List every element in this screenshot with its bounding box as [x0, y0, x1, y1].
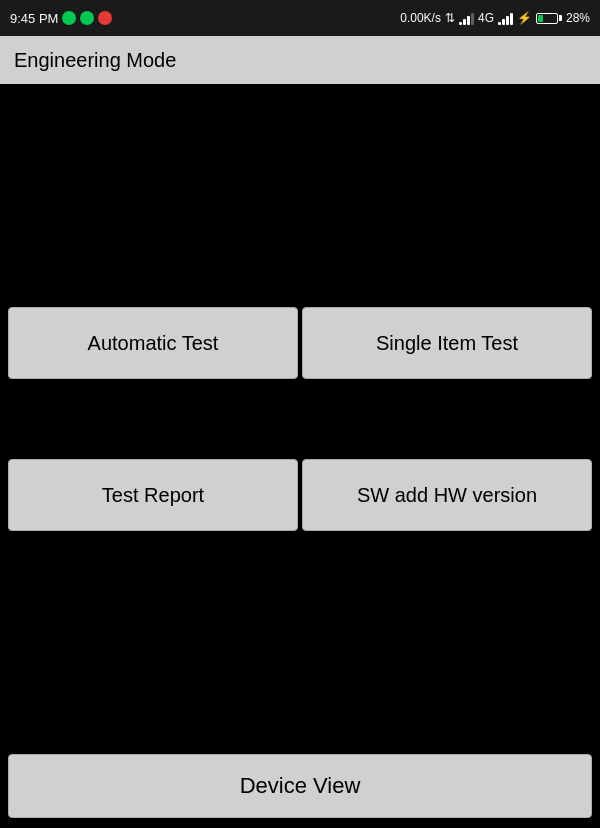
signal-bar2-2 [502, 19, 505, 25]
signal-bar-2 [463, 19, 466, 25]
sw-add-hw-version-button[interactable]: SW add HW version [302, 459, 592, 531]
signal-bar-3 [467, 16, 470, 25]
automatic-test-button[interactable]: Automatic Test [8, 307, 298, 379]
device-view-button[interactable]: Device View [8, 754, 592, 818]
notification-dot-3 [98, 11, 112, 25]
signal-bar2-1 [498, 22, 501, 25]
signal-bars-2 [498, 11, 513, 25]
signal-bars-1 [459, 11, 474, 25]
signal-bar-4 [471, 13, 474, 25]
status-left: 9:45 PM [10, 11, 112, 26]
test-report-button[interactable]: Test Report [8, 459, 298, 531]
notification-dot-2 [80, 11, 94, 25]
battery-body [536, 13, 558, 24]
single-item-test-button[interactable]: Single Item Test [302, 307, 592, 379]
page-title: Engineering Mode [14, 49, 176, 72]
time-display: 9:45 PM [10, 11, 58, 26]
signal-bar2-4 [510, 13, 513, 25]
header: Engineering Mode [0, 36, 600, 84]
signal-bar-1 [459, 22, 462, 25]
data-arrows-icon: ⇅ [445, 11, 455, 25]
notification-dot-1 [62, 11, 76, 25]
battery-icon [536, 13, 562, 24]
main-content: Automatic Test Single Item Test Test Rep… [0, 84, 600, 828]
battery-tip [559, 15, 562, 21]
battery-fill [538, 15, 543, 22]
signal-bar2-3 [506, 16, 509, 25]
button-row-2: Test Report SW add HW version [0, 459, 600, 531]
buttons-area: Automatic Test Single Item Test Test Rep… [0, 104, 600, 754]
network-type: 4G [478, 11, 494, 25]
status-right: 0.00K/s ⇅ 4G ⚡ 28% [400, 11, 590, 25]
data-speed: 0.00K/s [400, 11, 441, 25]
charging-icon: ⚡ [517, 11, 532, 25]
status-bar: 9:45 PM 0.00K/s ⇅ 4G ⚡ 28% [0, 0, 600, 36]
battery-percent: 28% [566, 11, 590, 25]
button-row-1: Automatic Test Single Item Test [0, 307, 600, 379]
bottom-button-area: Device View [0, 754, 600, 828]
